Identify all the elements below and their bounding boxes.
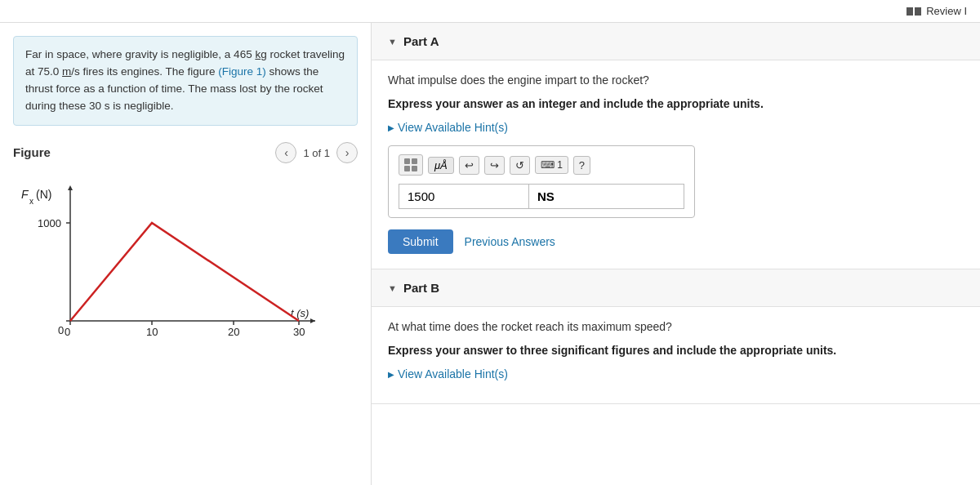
hint-label: View Available Hint(s)	[398, 121, 508, 134]
force-time-chart: F x (N) 1000 0 0 10	[13, 174, 340, 362]
svg-text:10: 10	[146, 326, 158, 338]
review-mode-icon	[906, 7, 921, 16]
action-row: Submit Previous Answers	[388, 229, 964, 254]
part-a-instruction: Express your answer as an integer and in…	[388, 96, 964, 113]
svg-marker-19	[68, 185, 73, 190]
matrix-button[interactable]	[399, 154, 423, 176]
help-button[interactable]: ?	[573, 156, 590, 175]
figure-count: 1 of 1	[303, 147, 330, 159]
part-b-hint-arrow-icon: ▶	[388, 370, 394, 379]
reset-button[interactable]: ↺	[510, 156, 530, 175]
matrix-icon	[403, 158, 418, 172]
figure-label: Figure	[13, 145, 51, 159]
part-a-question: What impulse does the engine impart to t…	[388, 72, 964, 89]
part-b-header[interactable]: ▼ Part B	[372, 269, 980, 307]
svg-rect-22	[404, 166, 410, 171]
part-b-hint[interactable]: ▶ View Available Hint(s)	[388, 367, 964, 380]
top-bar: Review I	[0, 0, 980, 23]
svg-rect-21	[412, 158, 417, 164]
part-b-instruction: Express your answer to three significant…	[388, 342, 964, 359]
svg-text:30: 30	[293, 326, 305, 338]
review-label: Review I	[926, 5, 967, 17]
right-panel: ▼ Part A What impulse does the engine im…	[372, 23, 980, 485]
figure-section: Figure ‹ 1 of 1 › F x (N)	[13, 139, 358, 364]
answer-value-input[interactable]	[399, 184, 529, 209]
svg-text:20: 20	[228, 326, 239, 338]
part-a-title: Part A	[403, 34, 439, 48]
part-b-arrow: ▼	[388, 283, 397, 293]
answer-box: μÅ ↩ ↪ ↺ ⌨ 1 ?	[388, 145, 695, 218]
next-figure-button[interactable]: ›	[336, 142, 358, 163]
part-b-body: At what time does the rocket reach its m…	[372, 307, 980, 403]
keyboard-button[interactable]: ⌨ 1	[535, 156, 568, 174]
part-a-header[interactable]: ▼ Part A	[372, 23, 980, 60]
part-a-body: What impulse does the engine impart to t…	[372, 60, 980, 269]
part-a-section: ▼ Part A What impulse does the engine im…	[372, 23, 980, 269]
svg-marker-18	[310, 318, 315, 323]
left-panel: Far in space, where gravity is negligibl…	[0, 23, 372, 485]
problem-box: Far in space, where gravity is negligibl…	[13, 36, 358, 126]
svg-rect-20	[404, 158, 410, 164]
part-a-arrow: ▼	[388, 37, 397, 47]
main-content: Far in space, where gravity is negligibl…	[0, 23, 980, 485]
part-b-title: Part B	[403, 281, 439, 295]
redo-button[interactable]: ↪	[484, 156, 505, 175]
input-row	[399, 184, 684, 209]
svg-text:1000: 1000	[38, 217, 61, 229]
svg-text:0: 0	[65, 326, 70, 338]
figure-header: Figure ‹ 1 of 1 ›	[13, 139, 358, 167]
review-button[interactable]: Review I	[906, 5, 967, 17]
mu-button[interactable]: μÅ	[428, 157, 454, 174]
part-a-hint[interactable]: ▶ View Available Hint(s)	[388, 121, 964, 134]
part-b-hint-label: View Available Hint(s)	[398, 367, 508, 380]
svg-text:x: x	[29, 197, 33, 206]
hint-arrow-icon: ▶	[388, 123, 394, 132]
svg-rect-23	[412, 166, 417, 171]
prev-figure-button[interactable]: ‹	[275, 142, 296, 163]
svg-text:(N): (N)	[36, 188, 51, 201]
svg-text:F: F	[21, 188, 29, 201]
unit-input[interactable]	[529, 184, 684, 209]
figure-link[interactable]: (Figure 1)	[218, 65, 266, 78]
chart-container: F x (N) 1000 0 0 10	[13, 174, 340, 364]
submit-button[interactable]: Submit	[388, 229, 453, 254]
part-b-question: At what time does the rocket reach its m…	[388, 318, 964, 336]
toolbar: μÅ ↩ ↪ ↺ ⌨ 1 ?	[399, 154, 684, 176]
undo-button[interactable]: ↩	[459, 156, 479, 175]
previous-answers-link[interactable]: Previous Answers	[465, 235, 555, 248]
part-b-section: ▼ Part B At what time does the rocket re…	[372, 269, 980, 404]
svg-text:0: 0	[58, 324, 64, 336]
